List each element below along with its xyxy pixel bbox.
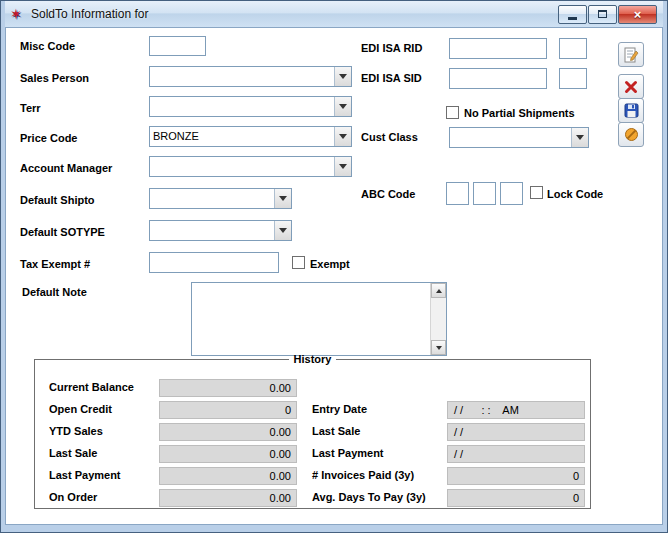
history-label-avg-days-to-pay: Avg. Days To Pay (3y) [312,491,426,503]
sales-person-label: Sales Person [20,72,89,84]
default-shipto-combo[interactable] [149,188,292,209]
lock-code-label: Lock Code [547,188,603,200]
history-value-last-sale-amt: 0.00 [159,445,297,463]
no-slash-icon [624,127,639,142]
history-label-last-sale-date: Last Sale [312,425,360,437]
close-button[interactable]: × [618,5,657,24]
cust-class-combo[interactable] [449,127,589,148]
default-note-value [192,283,446,287]
chevron-down-icon [339,104,347,109]
account-manager-dropdown-button[interactable] [334,157,351,176]
edi-isa-sid-qualifier-input[interactable] [559,68,587,89]
abc-code-label: ABC Code [361,188,415,200]
history-label-ytd-sales: YTD Sales [49,425,103,437]
tax-exempt-label: Tax Exempt # [20,258,90,270]
delete-button[interactable] [618,74,644,99]
history-legend: History [289,353,337,365]
price-code-dropdown-button[interactable] [334,127,351,146]
default-sotype-value [150,221,274,240]
save-button[interactable] [618,98,644,123]
sales-person-value [150,67,334,86]
window-title: SoldTo Information for [31,7,148,21]
minimize-button[interactable] [558,5,587,24]
history-value-invoices-paid: 0 [447,467,585,485]
account-manager-combo[interactable] [149,156,352,177]
notepad-pencil-icon [623,47,639,63]
history-value-current-balance: 0.00 [159,379,297,397]
floppy-disk-icon [624,103,639,118]
history-label-last-payment-amt: Last Payment [49,469,121,481]
app-icon: ✶ [10,6,26,22]
close-icon: × [634,8,642,21]
titlebar[interactable]: ✶ SoldTo Information for × [5,1,663,27]
note-scrollbar[interactable] [430,283,446,355]
edi-isa-sid-input[interactable] [449,68,547,89]
chevron-down-icon [339,74,347,79]
scroll-up-button[interactable] [431,283,446,298]
default-shipto-dropdown-button[interactable] [274,189,291,208]
history-label-invoices-paid: # Invoices Paid (3y) [312,469,414,481]
abc-code-input-2[interactable] [473,182,496,205]
account-manager-value [150,157,334,176]
edi-isa-rid-qualifier-input[interactable] [559,38,587,59]
sales-person-dropdown-button[interactable] [334,67,351,86]
history-label-last-payment-date: Last Payment [312,447,384,459]
chevron-down-icon [279,228,287,233]
no-partial-shipments-checkbox[interactable] [446,106,459,119]
history-value-open-credit: 0 [159,401,297,419]
edi-isa-sid-label: EDI ISA SID [361,72,422,84]
abc-code-input-3[interactable] [500,182,523,205]
history-label-entry-date: Entry Date [312,403,367,415]
cust-class-value [450,128,571,147]
dialog-body: Misc Code Sales Person Terr Price Code A… [5,27,663,525]
history-value-last-sale-date: / / [447,423,585,441]
cancel-button[interactable] [618,122,644,147]
default-shipto-value [150,189,274,208]
exempt-checkbox[interactable] [292,256,305,269]
no-partial-shipments-label: No Partial Shipments [464,107,575,119]
history-label-on-order: On Order [49,491,97,503]
misc-code-input[interactable] [149,36,206,56]
terr-label: Terr [20,102,41,114]
history-label-open-credit: Open Credit [49,403,112,415]
default-shipto-label: Default Shipto [20,194,95,206]
terr-dropdown-button[interactable] [334,97,351,116]
history-value-last-payment-amt: 0.00 [159,467,297,485]
minimize-icon [568,17,577,20]
maximize-button[interactable] [588,5,617,24]
default-sotype-combo[interactable] [149,220,292,241]
history-label-current-balance: Current Balance [49,381,134,393]
history-value-entry-date: / / : : AM [447,401,585,419]
abc-code-input-1[interactable] [446,182,469,205]
history-value-last-payment-date: / / [447,445,585,463]
exempt-label: Exempt [310,258,350,270]
history-value-avg-days-to-pay: 0 [447,489,585,507]
lock-code-checkbox[interactable] [530,186,543,199]
misc-code-label: Misc Code [20,40,75,52]
chevron-down-icon [339,134,347,139]
soldto-window: ✶ SoldTo Information for × Misc Code Sal… [0,0,668,533]
default-sotype-dropdown-button[interactable] [274,221,291,240]
chevron-down-icon [339,164,347,169]
window-controls: × [557,5,657,24]
cust-class-dropdown-button[interactable] [571,128,588,147]
history-label-last-sale-amt: Last Sale [49,447,97,459]
edit-button[interactable] [618,42,644,67]
price-code-value: BRONZE [150,127,334,146]
red-x-icon [624,80,638,94]
tax-exempt-input[interactable] [149,252,279,273]
edi-isa-rid-input[interactable] [449,38,547,59]
default-note-textarea[interactable] [191,282,447,356]
chevron-down-icon [279,196,287,201]
price-code-combo[interactable]: BRONZE [149,126,352,147]
edi-isa-rid-label: EDI ISA RID [361,42,422,54]
arrow-down-icon [436,346,442,350]
sales-person-combo[interactable] [149,66,352,87]
maximize-icon [598,10,607,18]
default-note-label: Default Note [22,286,87,298]
history-value-ytd-sales: 0.00 [159,423,297,441]
cust-class-label: Cust Class [361,131,418,143]
terr-combo[interactable] [149,96,352,117]
arrow-up-icon [436,289,442,293]
price-code-label: Price Code [20,132,77,144]
